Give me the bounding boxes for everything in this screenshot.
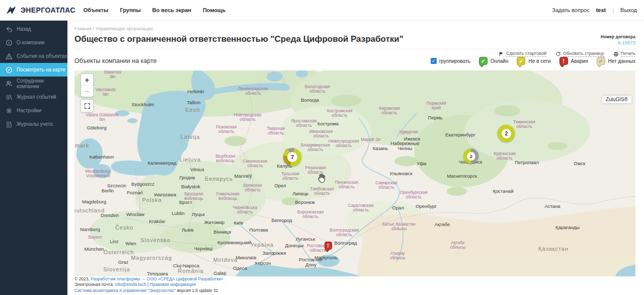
main-content: Главная / Управляющие организации Общест… [67,20,644,295]
sidebar-item-label: Настройки [17,108,41,113]
group-checkbox-label: группировать [439,58,470,64]
nav-item[interactable]: Помощь [203,7,225,13]
toolbar-link-label: Сделать стартовой [506,51,546,57]
sidebar-item-settings[interactable]: Настройки [0,104,67,117]
ask-question-link[interactable]: Задать вопрос [552,7,589,13]
status-pin-icon: ✓ [517,57,525,65]
fullscreen-icon [84,103,91,109]
brand-title: ЭНЕРГОАТЛАС [21,6,75,14]
footer-separator: | [147,282,148,287]
sidebar-item-label: Посмотреть на карте [17,67,65,72]
breadcrumb-home[interactable]: Главная [74,26,92,31]
title-divider [74,49,635,49]
map-cluster-marker[interactable]: 2 [498,125,515,142]
gear-icon [6,107,13,114]
legend-item-label: Не в сети [528,58,550,64]
sidebar-item-back[interactable]: Назад [0,22,67,36]
zulugis-attribution[interactable]: ZuluGIS® [602,96,631,103]
status-pin-icon: ✓ [479,57,488,65]
map-toolbar: Сделать стартовойОбновить страницуПечать [499,51,635,57]
nav-item[interactable]: Во весь экран [152,7,191,13]
legal-info-link[interactable]: Правовая информация [150,282,196,287]
zoom-out-button[interactable]: − [81,85,93,97]
page-footer: © 2023, Разработчик платформы — ООО «СРЕ… [74,276,223,294]
legend-item-label: Онлайн [491,58,509,64]
sidebar-item-label: Сотрудники компании [17,78,67,89]
navbar-right: Задать вопрос test | Выход [552,7,644,13]
map-basemap [74,70,635,276]
ledger-icon [6,121,13,128]
toolbar-link-label: Печать [621,51,635,57]
group-checkbox[interactable] [431,58,437,64]
current-user[interactable]: test [596,7,606,13]
legend-item-label: Авария [571,58,588,64]
legend-item-label: Нет данных [608,58,635,64]
breadcrumb-section[interactable]: Управляющие организации [96,26,153,31]
status-pin-icon: ✓ [597,57,605,65]
compass-icon [6,66,13,73]
legend-item: !Авария [559,57,588,65]
sidebar-item-label: Журнал событий [17,94,56,100]
sidebar-item-object-events[interactable]: События на объектах [0,49,67,63]
map-pin-marker[interactable]: ! [325,242,332,250]
sidebar-item-event-log[interactable]: Журнал событий [0,90,67,104]
energoatlas-logo-icon [6,6,17,15]
info-icon [6,39,13,46]
sidebar-item-label: Журналы учета [17,121,53,127]
fullscreen-button[interactable] [80,99,94,112]
cluster-count: 2 [467,152,475,161]
nav-item[interactable]: Объекты [84,7,109,13]
breadcrumb: Главная / Управляющие организации [74,26,153,31]
contract-label: Номер договора [601,34,635,40]
printer-icon [613,51,619,57]
toolbar-link[interactable]: Обновить страницу [555,51,604,57]
map-cluster-marker[interactable]: 2 [463,149,478,164]
journal-icon [6,94,13,101]
top-navbar: ЭНЕРГОАТЛАС ОбъектыГруппыВо весь экранПо… [0,0,644,21]
logout-link[interactable]: Выход [620,7,637,13]
map-pin-marker[interactable] [285,149,292,155]
toolbar-link[interactable]: Сделать стартовой [499,51,546,57]
contract-number-link[interactable]: К-15573 [601,40,635,45]
refresh-icon [555,51,561,57]
legend-item: ✓Онлайн [479,57,509,65]
version-text: версия 1.5 update 31 [177,288,218,293]
email-label: Электронная почта: [74,282,114,287]
flag-icon [499,51,504,57]
sidebar-item-about[interactable]: О компании [0,36,67,49]
cluster-count: 2 [502,129,511,138]
sidebar-item-staff[interactable]: Сотрудники компании [0,77,67,90]
email-link[interactable]: info@sreda.tech [115,282,146,287]
sidebar-item-view-on-map[interactable]: Посмотреть на карте [0,63,67,77]
toolbar-link-label: Обновить страницу [563,51,604,57]
page-title: Общество с ограниченной ответственностью… [74,34,404,44]
back-icon [6,26,13,33]
brand-link[interactable]: ЭНЕРГОАТЛАС [0,6,84,15]
navbar-separator: | [612,7,614,13]
nav-item[interactable]: Группы [120,7,140,13]
zoom-control: + − [80,73,94,97]
warning-icon [6,53,13,60]
navbar-menu: ОбъектыГруппыВо весь экранПомощь [84,7,237,13]
sidebar-item-label: Назад [17,26,31,32]
sidebar-item-label: События на объектах [17,53,67,59]
contract-info: Номер договора К-15573 [601,34,635,45]
zoom-in-button[interactable]: + [81,74,93,85]
map-legend: группировать ✓Онлайн✓Не в сети!Авария✓Не… [431,57,635,65]
status-pin-icon: ! [559,57,568,65]
platform-developer-link[interactable]: Разработчик платформы — ООО «СРЕДА Цифро… [91,276,223,281]
copyright-text: © 2023, [74,276,90,281]
sidebar: НазадО компанииСобытия на объектахПосмот… [0,20,67,295]
sidebar-item-label: О компании [17,40,44,45]
legend-item: ✓Нет данных [597,57,635,65]
users-icon [6,80,13,87]
toolbar-link[interactable]: Печать [613,51,635,57]
map-canvas[interactable]: StockholmHelsinkiTallinnGöteborgKøbenhav… [74,70,635,276]
breadcrumb-separator: / [93,26,95,31]
sidebar-item-ledgers[interactable]: Журналы учета [0,117,67,131]
section-title: Объекты компании на карте [74,57,156,64]
legend-item: ✓Не в сети [517,57,550,65]
system-name-link[interactable]: Система мониторинга и управления "Энерго… [74,288,176,293]
